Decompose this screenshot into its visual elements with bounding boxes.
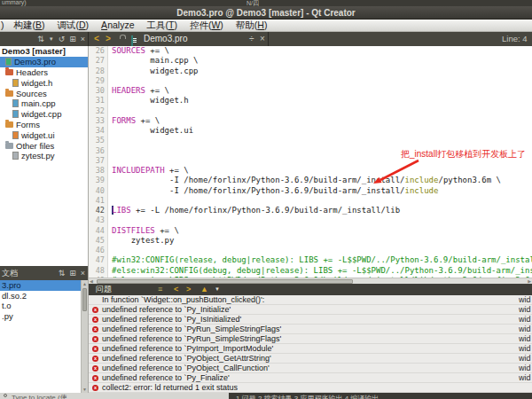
line-number: 39 [89,176,108,185]
issue-row[interactable]: xundefined reference to `PyObject_CallFu… [89,364,532,373]
tree-item[interactable]: Forms [0,120,88,130]
code-segment: += \ [136,116,160,125]
code-text[interactable] [108,136,112,145]
divider [268,32,269,46]
issue-row[interactable]: xundefined reference to `PyImport_Import… [89,344,532,354]
code-text[interactable]: #else:win32:CONFIG(debug, debug|release)… [108,266,532,276]
close-editor-icon[interactable]: × [260,32,265,46]
error-icon: x [92,326,98,332]
code-text[interactable] [108,196,112,206]
open-document-item[interactable]: .py [0,311,81,322]
back-icon[interactable]: < [94,32,99,46]
issue-row[interactable]: xundefined reference to `PyObject_GetAtt… [89,354,532,364]
line-number: 47 [89,255,108,265]
combo-arrows-icon[interactable]: ⇅ [59,266,66,280]
code-text[interactable] [108,215,112,225]
clean-icon[interactable]: ≡ [158,284,162,295]
output-panes-bar[interactable]: 1 问题 2 搜索结果 3 应用程序输出 4 编译输出 [229,393,532,399]
issue-row[interactable]: xundefined reference to `Py_Initialize'w… [89,305,532,315]
code-text[interactable]: DISTFILES += \ [108,226,179,236]
tree-item[interactable]: widget.cpp [0,109,88,120]
scroll-down-icon[interactable]: ▼ [82,387,88,392]
issue-row[interactable]: xundefined reference to `Py_Finalize'wid [89,373,532,383]
issue-icon-cell: x [89,346,102,352]
issue-row[interactable]: In function `Widget::on_pushButton_click… [89,295,532,305]
tree-item[interactable]: zytest.py [0,151,88,161]
open-document-item[interactable]: 3.pro [0,280,81,291]
combo-arrows-icon[interactable]: ⇅ [37,35,44,43]
document-tab[interactable]: Demo3.pro [144,32,187,46]
editor-line: 33FORMS += \ [89,116,532,126]
split-editor-icon[interactable]: ÷ [249,32,254,46]
code-text[interactable]: LIBS += -L /home/forlinx/Python-3.6.9/bu… [108,206,400,215]
warning-filter-icon[interactable]: ▲ [200,284,208,295]
code-text[interactable]: widget.h [108,96,189,106]
desktop-remnant-strip: ummary) N/四 [0,0,532,6]
code-text[interactable]: main.cpp \ [108,56,199,66]
scrollbar-handle[interactable] [82,288,87,311]
issue-row[interactable]: xcollect2: error: ld returned 1 exit sta… [89,383,532,393]
forward-icon[interactable]: > [106,32,111,46]
window-title: Demo3.pro @ Demo3 [master] - Qt Creator [176,8,355,18]
sync-icon[interactable]: ↺ [59,35,66,43]
locator-field[interactable]: Type to locate (使 [0,393,229,399]
issue-row[interactable]: xundefined reference to `PyRun_SimpleStr… [89,334,532,344]
code-text[interactable]: zytest.py [108,236,174,246]
previous-issue-icon[interactable]: < [174,284,178,295]
split-icon[interactable]: ⊞ [69,35,76,43]
menu-item[interactable]: 控件(W) [184,20,230,32]
code-text[interactable]: #win32:CONFIG(release, debug|release): L… [108,255,532,265]
line-number: 34 [89,126,108,136]
code-text[interactable]: -I /home/forlinx/Python-3.6.9/build-arm/… [108,186,438,196]
filter-icon[interactable]: ▼ [215,284,220,295]
code-text[interactable] [108,246,112,255]
code-text[interactable] [108,146,112,156]
code-text[interactable]: SOURCES += \ [108,46,169,56]
code-segment: INCLUDEPATH [112,166,165,175]
issue-row[interactable]: xundefined reference to `Py_IsInitialize… [89,315,532,325]
code-segment: LIBS [112,206,131,215]
window-title-bar[interactable]: Demo3.pro @ Demo3 [master] - Qt Creator [0,6,532,20]
code-text[interactable] [108,106,112,116]
code-editor[interactable]: 26SOURCES += \27 main.cpp \28 widget.cpp… [89,46,532,278]
menu-item[interactable]: 工具(T) [140,20,183,32]
code-text[interactable] [108,156,112,166]
editor-horizontal-scrollbar[interactable]: ◀ ▶ [89,278,532,284]
code-text[interactable]: INCLUDEPATH += \ [108,166,189,176]
tree-item[interactable]: Headers [0,67,88,78]
tree-item[interactable]: widget.h [0,77,88,88]
code-text[interactable]: widget.cpp [108,66,199,76]
next-issue-icon[interactable]: > [186,284,191,295]
code-segment: += \ [165,166,189,175]
tree-item[interactable]: main.cpp [0,98,88,109]
tree-item[interactable]: Demo3.pro [0,57,88,67]
issue-row[interactable]: xundefined reference to `PyRun_SimpleStr… [89,325,532,334]
tree-item[interactable]: Sources [0,88,88,98]
line-number: 40 [89,186,108,196]
open-document-item[interactable]: t.o [0,301,81,311]
code-text[interactable]: widget.ui [108,126,193,136]
code-text[interactable]: FORMS += \ [108,116,160,126]
tree-item[interactable]: widget.ui [0,129,88,140]
scroll-up-icon[interactable]: ▲ [82,281,88,286]
code-segment: FORMS [112,116,136,125]
open-document-item[interactable]: dl.so.2 [0,291,81,301]
close-sidebar-icon[interactable]: × [81,35,85,43]
code-text[interactable]: -I /home/forlinx/Python-3.6.9/build-arm/… [108,176,501,185]
editor-line: 44DISTFILES += \ [89,226,532,236]
menu-item[interactable]: ) [0,20,8,32]
code-text[interactable]: HEADERS += \ [108,86,169,96]
open-documents-scrollbar[interactable]: ▲ ▼ [81,280,88,393]
tree-item[interactable]: Other files [0,140,88,151]
tree-item[interactable]: Demo3 [master] [0,46,88,57]
filter-icon[interactable]: ▼ [49,36,54,42]
editor-line: 26SOURCES += \ [89,46,532,56]
editor-line: 42LIBS += -L /home/forlinx/Python-3.6.9/… [89,206,532,215]
close-panel-icon[interactable]: × [81,266,85,280]
menu-item[interactable]: 帮助(H) [230,20,274,32]
split-icon[interactable]: ⊞ [69,266,76,280]
menu-item[interactable]: 构建(B) [8,20,51,32]
code-text[interactable] [108,76,112,86]
menu-item[interactable]: Analyze [95,20,140,32]
menu-item[interactable]: 调试(D) [51,20,96,32]
